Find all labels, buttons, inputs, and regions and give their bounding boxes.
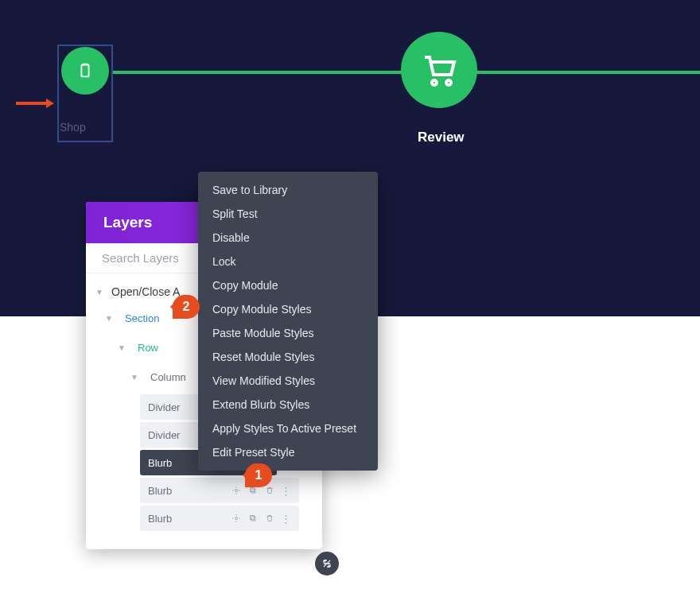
svg-rect-11	[250, 516, 254, 520]
step-review-label: Review	[418, 130, 465, 145]
step-shop-label: Shop	[60, 121, 86, 134]
svg-point-9	[235, 517, 237, 520]
context-menu: Save to Library Split Test Disable Lock …	[198, 172, 378, 471]
more-icon[interactable]: ⋮	[281, 513, 291, 524]
ctx-copy-module-styles[interactable]: Copy Module Styles	[198, 297, 378, 321]
open-close-label: Open/Close A	[108, 285, 180, 298]
svg-point-2	[446, 80, 451, 85]
clipboard-icon	[76, 62, 94, 79]
step-shop-circle[interactable]	[61, 47, 109, 95]
callout-2: 2	[173, 295, 200, 319]
resize-icon	[321, 558, 332, 569]
svg-rect-0	[81, 65, 88, 77]
svg-point-1	[432, 80, 437, 85]
leaf-label: Blurb	[148, 485, 231, 497]
row-label: Row	[130, 339, 165, 357]
column-label: Column	[143, 368, 193, 386]
ctx-view-modified-styles[interactable]: View Modified Styles	[198, 369, 378, 393]
ctx-copy-module[interactable]: Copy Module	[198, 273, 378, 297]
duplicate-icon[interactable]	[247, 513, 258, 524]
svg-marker-4	[46, 99, 54, 108]
trash-icon[interactable]	[264, 486, 274, 496]
ctx-disable[interactable]: Disable	[198, 226, 378, 250]
svg-rect-10	[251, 517, 255, 521]
cart-icon	[420, 51, 458, 89]
svg-point-6	[235, 490, 237, 492]
ctx-reset-module-styles[interactable]: Reset Module Styles	[198, 345, 378, 369]
tree-leaf-blurb[interactable]: Blurb ⋮	[140, 506, 299, 531]
ctx-extend-blurb-styles[interactable]: Extend Blurb Styles	[198, 393, 378, 417]
section-label: Section	[118, 309, 166, 327]
ctx-paste-module-styles[interactable]: Paste Module Styles	[198, 321, 378, 345]
ctx-lock[interactable]: Lock	[198, 250, 378, 273]
leaf-label: Blurb	[148, 513, 231, 525]
ctx-split-test[interactable]: Split Test	[198, 202, 378, 226]
chevron-down-icon: ▼	[118, 343, 126, 352]
step-review-circle[interactable]	[401, 32, 477, 108]
svg-rect-8	[250, 488, 254, 492]
svg-rect-7	[251, 489, 255, 493]
chevron-down-icon: ▼	[130, 373, 138, 382]
callout-1: 1	[245, 463, 272, 487]
chevron-down-icon: ▼	[95, 288, 103, 296]
ctx-apply-active-preset[interactable]: Apply Styles To Active Preset	[198, 417, 378, 440]
resize-handle[interactable]	[315, 552, 339, 575]
chevron-down-icon: ▼	[105, 314, 113, 323]
more-icon[interactable]: ⋮	[281, 486, 291, 496]
gear-icon[interactable]	[231, 513, 241, 524]
ctx-edit-preset-style[interactable]: Edit Preset Style	[198, 440, 378, 464]
arrow-icon	[16, 97, 54, 110]
ctx-save-library[interactable]: Save to Library	[198, 178, 378, 202]
tree-leaf-blurb[interactable]: Blurb ⋮	[140, 478, 299, 503]
trash-icon[interactable]	[264, 513, 274, 524]
gear-icon[interactable]	[231, 486, 241, 496]
